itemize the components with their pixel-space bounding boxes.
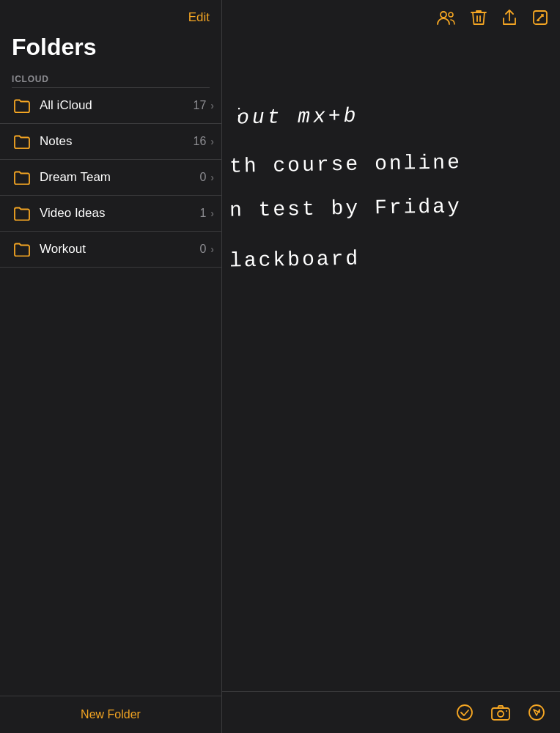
folder-icon bbox=[12, 169, 32, 186]
share-icon[interactable] bbox=[501, 9, 517, 26]
sidebar-footer: New Folder bbox=[0, 696, 221, 733]
folder-name: Dream Team bbox=[40, 170, 199, 185]
sidebar: Edit Folders ICLOUD All iCloud 17 › Note… bbox=[0, 0, 222, 733]
chevron-icon: › bbox=[210, 243, 214, 255]
folder-count: 1 bbox=[199, 207, 206, 220]
chevron-icon: › bbox=[210, 172, 214, 183]
svg-point-6 bbox=[506, 710, 507, 712]
main-footer bbox=[222, 691, 560, 733]
folder-item-video-ideas[interactable]: Video Ideas 1 › bbox=[0, 196, 221, 232]
folder-count: 0 bbox=[199, 243, 206, 256]
people-icon[interactable] bbox=[437, 10, 456, 26]
chevron-icon: › bbox=[210, 207, 214, 219]
folder-name: Workout bbox=[40, 242, 199, 257]
folder-item-dream-team[interactable]: Dream Team 0 › bbox=[0, 160, 221, 196]
chevron-icon: › bbox=[210, 100, 214, 111]
svg-point-7 bbox=[529, 705, 544, 720]
main-content: : out mx+b th course online n test by Fr… bbox=[222, 0, 560, 733]
note-line-3: n test by Friday bbox=[229, 195, 462, 222]
new-folder-button[interactable]: New Folder bbox=[81, 708, 141, 721]
folder-item-workout[interactable]: Workout 0 › bbox=[0, 232, 221, 268]
folder-list: All iCloud 17 › Notes 16 › Dream Team 0 bbox=[0, 88, 221, 696]
folder-icon bbox=[12, 240, 32, 258]
folder-icon bbox=[12, 205, 32, 222]
folder-count: 0 bbox=[199, 171, 206, 184]
svg-point-1 bbox=[449, 12, 453, 17]
page-title: Folders bbox=[0, 31, 221, 70]
compass-icon[interactable] bbox=[528, 704, 545, 721]
checkmark-icon[interactable] bbox=[456, 704, 474, 721]
note-content: : out mx+b th course online n test by Fr… bbox=[222, 32, 560, 691]
camera-icon[interactable] bbox=[491, 704, 510, 721]
trash-icon[interactable] bbox=[471, 9, 487, 26]
svg-point-5 bbox=[498, 711, 504, 717]
folder-count: 16 bbox=[194, 135, 207, 148]
svg-point-0 bbox=[441, 12, 446, 18]
folder-item-all-icloud[interactable]: All iCloud 17 › bbox=[0, 88, 221, 124]
note-line-4: lackboard bbox=[229, 247, 361, 272]
sidebar-header: Edit bbox=[0, 0, 221, 31]
folder-item-notes[interactable]: Notes 16 › bbox=[0, 124, 221, 160]
edit-button[interactable]: Edit bbox=[188, 10, 210, 25]
folder-name: Notes bbox=[40, 134, 194, 149]
compose-icon[interactable] bbox=[532, 10, 548, 26]
section-label: ICLOUD bbox=[0, 70, 221, 87]
main-toolbar bbox=[222, 0, 560, 32]
svg-rect-4 bbox=[492, 708, 509, 720]
folder-name: Video Ideas bbox=[40, 206, 199, 221]
folder-icon bbox=[12, 133, 32, 150]
note-line-2: th course online bbox=[229, 151, 462, 178]
note-line-1: out mx+b bbox=[237, 105, 359, 130]
folder-name: All iCloud bbox=[40, 98, 194, 113]
folder-count: 17 bbox=[194, 99, 207, 112]
svg-point-3 bbox=[457, 705, 472, 720]
chevron-icon: › bbox=[210, 136, 214, 147]
folder-icon bbox=[12, 97, 32, 114]
